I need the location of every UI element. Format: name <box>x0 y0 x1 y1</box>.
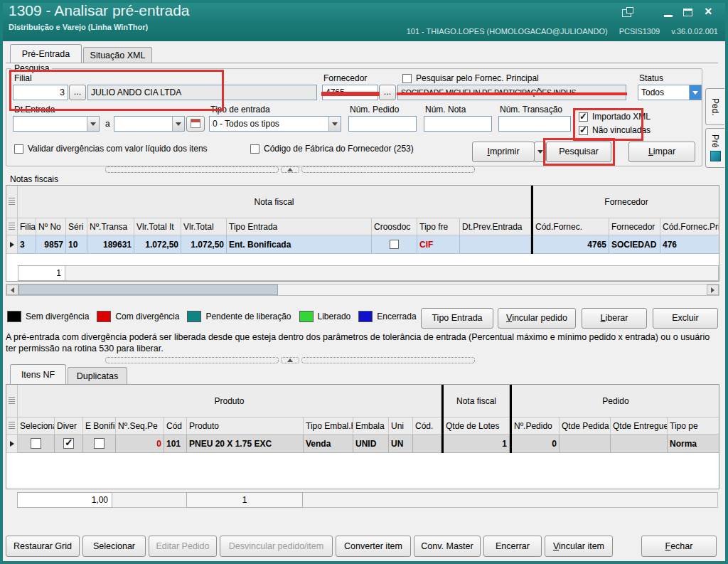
tab-situacao-xml[interactable]: Situação XML <box>83 47 152 63</box>
imprimir-button[interactable]: Imprimir <box>472 142 535 162</box>
fornecedor-browse-button[interactable]: ... <box>379 85 396 100</box>
num-nota-input[interactable] <box>424 116 492 132</box>
crossdoc-checkbox[interactable] <box>390 240 399 249</box>
importado-xml-checkbox[interactable]: Importado XML <box>579 112 651 122</box>
filial-code-input[interactable]: 3 <box>13 85 68 100</box>
cell-produto[interactable]: PNEU 20 X 1.75 EXC <box>187 435 304 453</box>
pesquisar-button[interactable]: Pesquisar <box>546 142 611 162</box>
fornecedor-code-input[interactable]: 4765 <box>322 85 378 100</box>
notas-table-row[interactable]: 3 9857 10 189631 1.072,50 1.072,50 Ent. … <box>6 235 719 254</box>
selecionado-checkbox[interactable] <box>31 438 41 449</box>
chevron-down-icon[interactable] <box>172 117 184 131</box>
codigo-fabrica-checkbox[interactable]: Código de Fábrica do Fornecedor (253) <box>250 144 414 154</box>
dt-entrada-ate-dropdown[interactable] <box>114 116 185 132</box>
num-pedido-input[interactable] <box>348 116 417 132</box>
splitter-grip[interactable] <box>105 166 279 173</box>
grid-options-icon[interactable] <box>9 422 15 430</box>
cell-qtde-pedida[interactable] <box>560 435 611 453</box>
chevron-down-icon[interactable] <box>328 117 341 131</box>
fornec-principal-checkbox-box[interactable] <box>402 74 412 83</box>
itens-table-row[interactable]: 0 101 PNEU 20 X 1.75 EXC Venda UNID UN 1… <box>6 435 719 453</box>
cell-bonificada[interactable] <box>83 435 116 453</box>
vincular-pedido-button[interactable]: Vincular pedido <box>498 308 576 329</box>
grid-options-icon[interactable] <box>9 397 15 405</box>
validar-divergencias-checkbox-box[interactable] <box>14 144 23 154</box>
tipo-entrada-button[interactable]: Tipo Entrada <box>421 308 493 329</box>
cell-qtde-entregue[interactable] <box>611 435 668 453</box>
cell-num-pedido[interactable]: 0 <box>512 435 560 453</box>
cell-serie[interactable]: 10 <box>66 235 87 254</box>
tab-itens-nf[interactable]: Itens NF <box>10 364 66 384</box>
close-icon[interactable]: × <box>705 4 712 19</box>
tab-pre-entrada[interactable]: Pré-Entrada <box>10 44 82 63</box>
cell-tipo-frete[interactable]: CIF <box>417 235 460 254</box>
validar-divergencias-checkbox[interactable]: Validar divergências com valor líquido d… <box>14 144 208 154</box>
filial-browse-button[interactable]: ... <box>69 85 86 100</box>
bonificada-checkbox[interactable] <box>94 438 105 449</box>
tab-duplicatas[interactable]: Duplicatas <box>68 367 127 384</box>
cell-seq[interactable]: 0 <box>116 435 164 453</box>
cell-num-nota[interactable]: 9857 <box>36 235 66 254</box>
liberar-button[interactable]: Liberar <box>582 308 647 329</box>
notas-horizontal-scrollbar[interactable] <box>6 284 719 296</box>
splitter-grip[interactable] <box>105 357 279 363</box>
splitter-grip[interactable] <box>301 166 475 173</box>
cell-unidade[interactable]: UN <box>389 435 413 453</box>
importado-xml-checkbox-box[interactable] <box>579 112 588 122</box>
cell-fornecedor[interactable]: SOCIEDAD <box>609 235 660 254</box>
codigo-fabrica-checkbox-box[interactable] <box>250 144 259 154</box>
cell-tipo-embal[interactable]: Venda <box>304 435 353 453</box>
fornec-principal-checkbox[interactable]: Pesquisar pelo Fornec. Principal <box>402 73 539 83</box>
fechar-button[interactable]: Fechar <box>641 536 717 557</box>
splitter-grip[interactable] <box>301 357 475 363</box>
encerrar-button[interactable]: Encerrar <box>483 536 542 557</box>
minimize-icon[interactable] <box>664 15 673 17</box>
dt-entrada-de-dropdown[interactable] <box>13 116 100 132</box>
conv-master-button[interactable]: Conv. Master <box>414 536 481 557</box>
cell-tipo-pedido[interactable]: Norma <box>668 435 719 453</box>
detach-window-icon[interactable] <box>622 9 631 17</box>
side-tab-ped[interactable]: Ped. <box>705 88 724 125</box>
grid-options-icon[interactable] <box>9 198 15 206</box>
excluir-button[interactable]: Excluir <box>653 308 718 329</box>
grid-options-icon[interactable] <box>9 223 15 230</box>
maximize-icon[interactable] <box>683 9 692 16</box>
cell-selecionado[interactable] <box>18 435 55 453</box>
converter-item-button[interactable]: Converter item <box>336 536 411 557</box>
scroll-left-icon[interactable] <box>6 284 18 295</box>
splitter-bottom[interactable] <box>105 357 475 363</box>
cell-vlr-total[interactable]: 1.072,50 <box>181 235 227 254</box>
cell-cod[interactable]: 101 <box>164 435 187 453</box>
cell-cod-fornec[interactable]: 4765 <box>533 235 609 254</box>
cell-dt-prev[interactable] <box>460 235 531 254</box>
collapse-up-icon[interactable] <box>281 166 299 173</box>
restaurar-grid-button[interactable]: Restaurar Grid <box>6 536 80 557</box>
vincular-item-button[interactable]: Vincular item <box>545 536 613 557</box>
cell-embalagem[interactable]: UNID <box>353 435 389 453</box>
divergencia-checkbox[interactable] <box>63 438 74 449</box>
limpar-button[interactable]: Limpar <box>628 142 695 162</box>
cell-filial[interactable]: 3 <box>18 235 36 254</box>
cell-vlr-total-it[interactable]: 1.072,50 <box>134 235 181 254</box>
nao-vinculadas-checkbox[interactable]: Não vinculadas <box>579 125 651 135</box>
scrollbar-thumb[interactable] <box>18 284 278 295</box>
cell-qtde-lotes[interactable]: 1 <box>444 435 510 453</box>
nao-vinculadas-checkbox-box[interactable] <box>579 126 588 135</box>
side-tab-pre[interactable]: Pré <box>705 128 724 168</box>
cell-crossdoc[interactable] <box>372 235 417 254</box>
scrollbar-track[interactable] <box>18 284 707 295</box>
scroll-right-icon[interactable] <box>707 284 719 295</box>
status-dropdown[interactable]: Todos <box>638 85 702 100</box>
chevron-down-icon[interactable] <box>87 117 99 131</box>
num-transacao-input[interactable] <box>498 116 571 132</box>
imprimir-dropdown-button[interactable] <box>534 142 546 162</box>
notas-fiscais-grid[interactable]: Nota fiscal Fornecedor Filia Nº No Séri … <box>6 185 719 282</box>
cell-transacao[interactable]: 189631 <box>87 235 134 254</box>
collapse-up-icon[interactable] <box>281 357 299 363</box>
itens-nf-grid[interactable]: Produto Nota fiscal Pedido Seleciona Div… <box>6 384 719 489</box>
selecionar-button[interactable]: Selecionar <box>82 536 146 557</box>
cell-divergencia[interactable] <box>55 435 83 453</box>
cell-tipo-entrada[interactable]: Ent. Bonificada <box>227 235 372 254</box>
chevron-down-icon[interactable] <box>689 85 701 100</box>
cell-cod-fornec-prin[interactable]: 476 <box>660 235 719 254</box>
